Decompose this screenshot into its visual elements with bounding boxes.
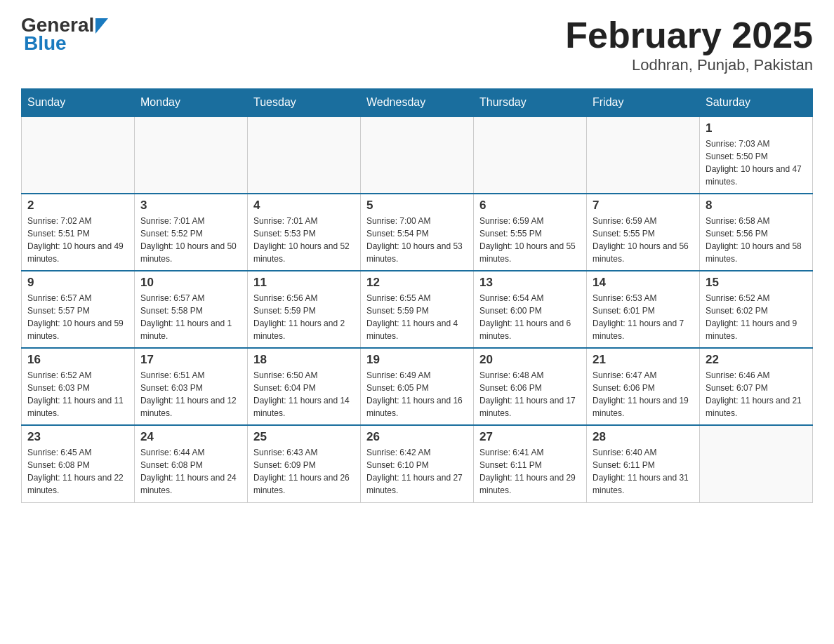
day-number: 24: [140, 430, 241, 444]
day-info: Sunrise: 6:59 AM Sunset: 5:55 PM Dayligh…: [479, 215, 581, 265]
day-number: 3: [140, 199, 241, 213]
calendar-cell: 16Sunrise: 6:52 AM Sunset: 6:03 PM Dayli…: [22, 348, 135, 425]
day-number: 21: [593, 353, 694, 367]
day-info: Sunrise: 6:56 AM Sunset: 5:59 PM Dayligh…: [253, 292, 355, 342]
calendar-cell: [22, 116, 135, 194]
calendar-cell: 1Sunrise: 7:03 AM Sunset: 5:50 PM Daylig…: [700, 116, 813, 194]
day-info: Sunrise: 6:49 AM Sunset: 6:05 PM Dayligh…: [366, 369, 468, 420]
day-number: 6: [479, 199, 581, 213]
calendar-cell: 14Sunrise: 6:53 AM Sunset: 6:01 PM Dayli…: [587, 271, 700, 348]
location-title: Lodhran, Punjab, Pakistan: [565, 56, 813, 74]
day-number: 28: [593, 430, 694, 444]
day-number: 27: [479, 430, 581, 444]
day-number: 1: [706, 121, 807, 135]
calendar-table: SundayMondayTuesdayWednesdayThursdayFrid…: [21, 88, 813, 503]
calendar-cell: 22Sunrise: 6:46 AM Sunset: 6:07 PM Dayli…: [700, 348, 813, 425]
day-info: Sunrise: 6:48 AM Sunset: 6:06 PM Dayligh…: [479, 369, 581, 420]
day-info: Sunrise: 6:47 AM Sunset: 6:06 PM Dayligh…: [593, 369, 694, 420]
day-info: Sunrise: 7:03 AM Sunset: 5:50 PM Dayligh…: [706, 137, 807, 188]
day-number: 7: [593, 199, 694, 213]
calendar-week-row: 2Sunrise: 7:02 AM Sunset: 5:51 PM Daylig…: [22, 194, 813, 271]
day-info: Sunrise: 6:52 AM Sunset: 6:02 PM Dayligh…: [706, 292, 807, 342]
calendar-cell: 26Sunrise: 6:42 AM Sunset: 6:10 PM Dayli…: [361, 425, 474, 502]
day-info: Sunrise: 6:53 AM Sunset: 6:01 PM Dayligh…: [593, 292, 694, 342]
title-block: February 2025 Lodhran, Punjab, Pakistan: [565, 14, 813, 74]
calendar-week-row: 16Sunrise: 6:52 AM Sunset: 6:03 PM Dayli…: [22, 348, 813, 425]
calendar-cell: [587, 116, 700, 194]
day-info: Sunrise: 6:57 AM Sunset: 5:57 PM Dayligh…: [27, 292, 128, 342]
weekday-header-friday: Friday: [587, 89, 700, 117]
day-number: 20: [479, 353, 581, 367]
day-number: 9: [27, 276, 128, 290]
day-info: Sunrise: 6:42 AM Sunset: 6:10 PM Dayligh…: [366, 446, 468, 497]
day-info: Sunrise: 6:55 AM Sunset: 5:59 PM Dayligh…: [366, 292, 468, 342]
day-info: Sunrise: 7:01 AM Sunset: 5:52 PM Dayligh…: [140, 215, 241, 265]
day-info: Sunrise: 6:54 AM Sunset: 6:00 PM Dayligh…: [479, 292, 581, 342]
calendar-cell: 23Sunrise: 6:45 AM Sunset: 6:08 PM Dayli…: [22, 425, 135, 502]
day-number: 18: [253, 353, 355, 367]
calendar-cell: 19Sunrise: 6:49 AM Sunset: 6:05 PM Dayli…: [361, 348, 474, 425]
weekday-header-tuesday: Tuesday: [248, 89, 361, 117]
svg-marker-0: [95, 18, 108, 34]
calendar-cell: 27Sunrise: 6:41 AM Sunset: 6:11 PM Dayli…: [474, 425, 587, 502]
calendar-week-row: 9Sunrise: 6:57 AM Sunset: 5:57 PM Daylig…: [22, 271, 813, 348]
day-number: 14: [593, 276, 694, 290]
day-info: Sunrise: 6:59 AM Sunset: 5:55 PM Dayligh…: [593, 215, 694, 265]
day-info: Sunrise: 6:44 AM Sunset: 6:08 PM Dayligh…: [140, 446, 241, 497]
calendar-cell: [135, 116, 248, 194]
day-info: Sunrise: 6:45 AM Sunset: 6:08 PM Dayligh…: [27, 446, 128, 497]
month-title: February 2025: [565, 14, 813, 56]
calendar-cell: 25Sunrise: 6:43 AM Sunset: 6:09 PM Dayli…: [248, 425, 361, 502]
calendar-cell: 11Sunrise: 6:56 AM Sunset: 5:59 PM Dayli…: [248, 271, 361, 348]
logo-triangle-icon: [95, 18, 108, 34]
day-number: 8: [706, 199, 807, 213]
calendar-cell: [700, 425, 813, 502]
weekday-header-sunday: Sunday: [22, 89, 135, 117]
logo-blue-text: Blue: [24, 32, 67, 55]
day-number: 26: [366, 430, 468, 444]
weekday-header-monday: Monday: [135, 89, 248, 117]
calendar-cell: 28Sunrise: 6:40 AM Sunset: 6:11 PM Dayli…: [587, 425, 700, 502]
day-info: Sunrise: 7:00 AM Sunset: 5:54 PM Dayligh…: [366, 215, 468, 265]
day-info: Sunrise: 6:40 AM Sunset: 6:11 PM Dayligh…: [593, 446, 694, 497]
day-info: Sunrise: 6:52 AM Sunset: 6:03 PM Dayligh…: [27, 369, 128, 420]
calendar-cell: 20Sunrise: 6:48 AM Sunset: 6:06 PM Dayli…: [474, 348, 587, 425]
day-number: 15: [706, 276, 807, 290]
calendar-cell: 17Sunrise: 6:51 AM Sunset: 6:03 PM Dayli…: [135, 348, 248, 425]
calendar-cell: 13Sunrise: 6:54 AM Sunset: 6:00 PM Dayli…: [474, 271, 587, 348]
day-info: Sunrise: 6:57 AM Sunset: 5:58 PM Dayligh…: [140, 292, 241, 342]
calendar-cell: 24Sunrise: 6:44 AM Sunset: 6:08 PM Dayli…: [135, 425, 248, 502]
day-number: 22: [706, 353, 807, 367]
calendar-cell: 4Sunrise: 7:01 AM Sunset: 5:53 PM Daylig…: [248, 194, 361, 271]
day-number: 23: [27, 430, 128, 444]
day-number: 5: [366, 199, 468, 213]
calendar-cell: 3Sunrise: 7:01 AM Sunset: 5:52 PM Daylig…: [135, 194, 248, 271]
day-number: 10: [140, 276, 241, 290]
day-number: 12: [366, 276, 468, 290]
calendar-cell: [474, 116, 587, 194]
calendar-cell: 21Sunrise: 6:47 AM Sunset: 6:06 PM Dayli…: [587, 348, 700, 425]
calendar-week-row: 23Sunrise: 6:45 AM Sunset: 6:08 PM Dayli…: [22, 425, 813, 502]
weekday-header-row: SundayMondayTuesdayWednesdayThursdayFrid…: [22, 89, 813, 117]
day-info: Sunrise: 6:51 AM Sunset: 6:03 PM Dayligh…: [140, 369, 241, 420]
day-number: 4: [253, 199, 355, 213]
day-number: 19: [366, 353, 468, 367]
calendar-cell: 8Sunrise: 6:58 AM Sunset: 5:56 PM Daylig…: [700, 194, 813, 271]
day-number: 17: [140, 353, 241, 367]
day-info: Sunrise: 7:01 AM Sunset: 5:53 PM Dayligh…: [253, 215, 355, 265]
calendar-cell: 10Sunrise: 6:57 AM Sunset: 5:58 PM Dayli…: [135, 271, 248, 348]
calendar-cell: 9Sunrise: 6:57 AM Sunset: 5:57 PM Daylig…: [22, 271, 135, 348]
calendar-cell: 6Sunrise: 6:59 AM Sunset: 5:55 PM Daylig…: [474, 194, 587, 271]
day-number: 25: [253, 430, 355, 444]
calendar-cell: 18Sunrise: 6:50 AM Sunset: 6:04 PM Dayli…: [248, 348, 361, 425]
calendar-week-row: 1Sunrise: 7:03 AM Sunset: 5:50 PM Daylig…: [22, 116, 813, 194]
day-number: 13: [479, 276, 581, 290]
calendar-cell: [248, 116, 361, 194]
calendar-cell: 12Sunrise: 6:55 AM Sunset: 5:59 PM Dayli…: [361, 271, 474, 348]
calendar-cell: 2Sunrise: 7:02 AM Sunset: 5:51 PM Daylig…: [22, 194, 135, 271]
calendar-cell: 15Sunrise: 6:52 AM Sunset: 6:02 PM Dayli…: [700, 271, 813, 348]
weekday-header-wednesday: Wednesday: [361, 89, 474, 117]
page-header: General Blue February 2025 Lodhran, Punj…: [21, 14, 813, 74]
day-info: Sunrise: 6:41 AM Sunset: 6:11 PM Dayligh…: [479, 446, 581, 497]
day-info: Sunrise: 6:43 AM Sunset: 6:09 PM Dayligh…: [253, 446, 355, 497]
